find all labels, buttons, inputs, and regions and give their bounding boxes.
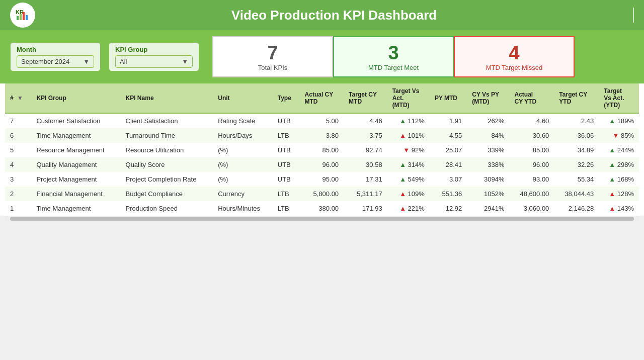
table-row: 3 Project Management Project Completion … (5, 172, 639, 187)
arrow-up-red-icon: ▲ (609, 190, 615, 198)
cell-target-vs-act-mtd: ▲ 112% (387, 113, 430, 128)
arrow-up-red-icon: ▲ (399, 205, 406, 212)
cell-kpi-group: Customer Satisfaction (31, 113, 120, 128)
cell-cy-vs-py-mtd: 2941% (467, 201, 509, 216)
cell-type: UTB (273, 143, 300, 157)
cell-target-vs-act-mtd: ▲ 109% (387, 187, 430, 201)
cell-target-vs-act-mtd: ▲ 549% (387, 172, 430, 187)
svg-rect-3 (20, 14, 22, 20)
mtd-meet-card: 3 MTD Target Meet (333, 36, 454, 77)
month-select[interactable]: September 2024 ▼ (17, 55, 94, 68)
cell-target-vs-act-mtd: ▲ 314% (387, 157, 430, 172)
cell-target-cy-ytd: 2.43 (554, 113, 599, 128)
cell-num: 1 (5, 201, 31, 216)
cell-kpi-group: Project Management (31, 172, 120, 187)
cell-type: UTB (273, 157, 300, 172)
col-unit: Unit (213, 83, 273, 113)
horizontal-scrollbar[interactable] (5, 216, 639, 222)
cell-actual-cy-ytd: 4.60 (509, 113, 554, 128)
cell-kpi-group: Time Management (31, 201, 120, 216)
table-body: 7 Customer Satisfaction Client Satisfact… (5, 113, 639, 216)
svg-rect-5 (26, 15, 28, 20)
col-py-mtd: PY MTD (430, 83, 467, 113)
month-filter-group: Month September 2024 ▼ (10, 42, 101, 71)
filter-area: Month September 2024 ▼ KPI Group All ▼ (10, 42, 199, 71)
mtd-meet-label: MTD Target Meet (368, 64, 419, 71)
cell-actual-cy-mtd: 5,800.00 (300, 187, 344, 201)
cell-unit: (%) (213, 143, 273, 157)
cell-target-vs-act-ytd: ▲ 244% (599, 143, 639, 157)
cell-type: LTB (273, 201, 300, 216)
cell-unit: Hours/Days (213, 128, 273, 143)
arrow-up-icon: ▲ (609, 117, 615, 125)
cell-actual-cy-ytd: 96.00 (509, 157, 554, 172)
col-target-vs-act-mtd: Target VsAct.(MTD) (387, 83, 430, 113)
col-cy-vs-py-mtd: CY Vs PY(MTD) (467, 83, 509, 113)
cell-target-vs-act-ytd: ▲ 128% (599, 187, 639, 201)
total-kpis-card: 7 Total KPIs (212, 36, 333, 77)
arrow-down-icon: ▼ (612, 132, 619, 139)
cell-actual-cy-mtd: 3.80 (300, 128, 344, 143)
table-container: # ▼ KPI Group KPI Name Unit Type Actual … (0, 83, 644, 216)
col-actual-cy-mtd: Actual CYMTD (300, 83, 344, 113)
cell-target-cy-mtd: 4.46 (344, 113, 387, 128)
cell-num: 4 (5, 157, 31, 172)
cell-kpi-group: Time Management (31, 128, 120, 143)
cell-actual-cy-mtd: 380.00 (300, 201, 344, 216)
cell-unit: (%) (213, 172, 273, 187)
cell-kpi-name: Quality Score (121, 157, 213, 172)
cell-actual-cy-mtd: 5.00 (300, 113, 344, 128)
cell-target-cy-mtd: 92.74 (344, 143, 387, 157)
cell-target-vs-act-mtd: ▲ 221% (387, 201, 430, 216)
cell-kpi-group: Resource Management (31, 143, 120, 157)
cell-kpi-group: Quality Management (31, 157, 120, 172)
kpi-group-select[interactable]: All ▼ (115, 55, 193, 68)
cell-unit: Rating Scale (213, 113, 273, 128)
cell-target-vs-act-ytd: ▲ 143% (599, 201, 639, 216)
kpi-group-chevron-icon: ▼ (182, 58, 188, 65)
cell-kpi-name: Client Satisfaction (121, 113, 213, 128)
cell-type: LTB (273, 128, 300, 143)
cell-actual-cy-mtd: 96.00 (300, 157, 344, 172)
cell-num: 6 (5, 128, 31, 143)
cell-type: UTB (273, 172, 300, 187)
col-target-cy-mtd: Target CYMTD (344, 83, 387, 113)
arrow-up-icon: ▲ (399, 117, 406, 125)
table-row: 2 Financial Management Budget Compliance… (5, 187, 639, 201)
cell-target-cy-ytd: 32.26 (554, 157, 599, 172)
arrow-up-icon: ▲ (609, 146, 615, 154)
col-kpi-group: KPI Group (31, 83, 120, 113)
table-row: 7 Customer Satisfaction Client Satisfact… (5, 113, 639, 128)
mtd-missed-number: 4 (509, 42, 519, 64)
cell-num: 7 (5, 113, 31, 128)
arrow-up-icon: ▲ (399, 175, 406, 183)
kpi-group-filter-group: KPI Group All ▼ (109, 42, 199, 71)
cell-py-mtd: 28.41 (430, 157, 467, 172)
cell-cy-vs-py-mtd: 1052% (467, 187, 509, 201)
arrow-up-icon: ▲ (399, 161, 406, 168)
cell-actual-cy-mtd: 85.00 (300, 143, 344, 157)
cell-target-vs-act-ytd: ▲ 168% (599, 172, 639, 187)
cell-actual-cy-ytd: 85.00 (509, 143, 554, 157)
top-row: Month September 2024 ▼ KPI Group All ▼ 7… (0, 30, 644, 83)
svg-text:KR: KR (16, 9, 24, 15)
cell-actual-cy-ytd: 48,600.00 (509, 187, 554, 201)
table-row: 4 Quality Management Quality Score (%) U… (5, 157, 639, 172)
cell-num: 2 (5, 187, 31, 201)
cell-num: 3 (5, 172, 31, 187)
arrow-up-red-icon: ▲ (399, 190, 406, 198)
cell-target-vs-act-mtd: ▼ 92% (387, 143, 430, 157)
cell-target-cy-mtd: 5,311.17 (344, 187, 387, 201)
svg-rect-4 (23, 12, 25, 20)
arrow-down-icon: ▼ (403, 146, 410, 154)
cell-target-cy-mtd: 30.58 (344, 157, 387, 172)
cell-kpi-name: Project Completion Rate (121, 172, 213, 187)
cell-kpi-name: Turnaround Time (121, 128, 213, 143)
cell-unit: (%) (213, 157, 273, 172)
header-divider (633, 8, 634, 23)
kpi-table: # ▼ KPI Group KPI Name Unit Type Actual … (5, 83, 639, 216)
month-select-value: September 2024 (21, 58, 69, 65)
cell-target-cy-ytd: 34.89 (554, 143, 599, 157)
header: KR Video Production KPI Dashboard (0, 0, 644, 30)
arrow-up-red-icon: ▲ (399, 132, 406, 139)
